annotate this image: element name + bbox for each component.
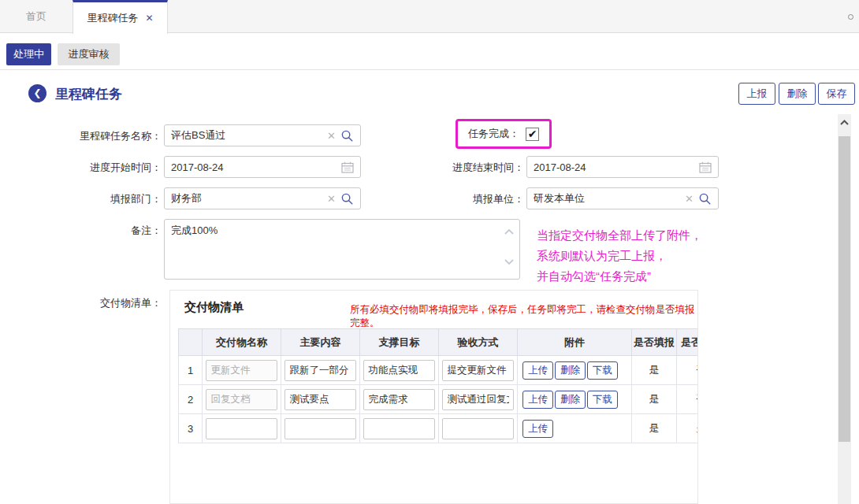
remark-field: 完成100% xyxy=(164,219,520,280)
content-cell xyxy=(281,356,360,385)
col-name: 交付物名称 xyxy=(203,329,281,356)
annotation-line: 并自动勾选“任务完成” xyxy=(537,266,702,287)
unit-input[interactable] xyxy=(534,193,680,205)
tab-milestone-task[interactable]: 里程碑任务 ✕ xyxy=(73,0,168,34)
target-input[interactable] xyxy=(363,418,434,439)
calendar-icon[interactable] xyxy=(341,161,354,173)
remark-label: 备注： xyxy=(16,224,162,238)
delete-button[interactable]: 删除 xyxy=(555,361,586,380)
target-cell xyxy=(360,356,439,385)
content-input[interactable] xyxy=(284,418,355,439)
end-date-input[interactable] xyxy=(534,161,694,173)
task-name-input[interactable] xyxy=(171,130,322,142)
clear-icon[interactable]: ✕ xyxy=(685,193,694,205)
name-cell xyxy=(203,356,281,385)
row-index: 3 xyxy=(179,414,203,443)
annotation-line: 系统则默认为完工上报， xyxy=(537,246,702,266)
start-date-field xyxy=(164,156,361,178)
col-is-new: 是否新增 xyxy=(677,329,699,356)
filled-cell: 是 xyxy=(632,356,677,385)
col-filled: 是否填报 xyxy=(632,329,677,356)
search-icon[interactable] xyxy=(340,129,354,143)
clear-icon[interactable]: ✕ xyxy=(327,193,336,205)
scroll-up-icon[interactable] xyxy=(839,117,850,128)
clear-icon[interactable]: ✕ xyxy=(327,130,336,142)
chevron-up-icon[interactable] xyxy=(504,226,515,238)
close-icon[interactable]: ✕ xyxy=(145,13,153,24)
search-icon[interactable] xyxy=(340,192,354,206)
start-date-label: 进度开始时间： xyxy=(16,161,162,175)
search-icon[interactable] xyxy=(698,192,712,206)
is-new-cell: 是 xyxy=(677,414,699,443)
acceptance-cell xyxy=(439,356,518,385)
start-date-input[interactable] xyxy=(171,161,337,173)
target-input[interactable] xyxy=(363,360,434,381)
upload-button[interactable]: 上传 xyxy=(522,361,553,380)
name-cell xyxy=(203,414,281,443)
delete-button[interactable]: 删除 xyxy=(779,83,816,105)
calendar-icon[interactable] xyxy=(699,161,712,173)
status-progress-review-button[interactable]: 进度审核 xyxy=(58,43,120,65)
col-index xyxy=(179,329,203,356)
col-content: 主要内容 xyxy=(281,329,360,356)
task-complete-highlight: 任务完成： ✔ xyxy=(456,119,552,149)
scrollbar-thumb[interactable] xyxy=(839,136,850,442)
deliverable-row: 3上传是是 xyxy=(179,414,699,443)
report-button[interactable]: 上报 xyxy=(738,83,775,105)
annotation-note: 当指定交付物全部上传了附件， 系统则默认为完工上报， 并自动勾选“任务完成” xyxy=(537,225,702,287)
tab-label: 里程碑任务 xyxy=(87,11,138,25)
download-button[interactable]: 下载 xyxy=(587,361,618,380)
name-input[interactable] xyxy=(206,418,277,439)
name-input[interactable] xyxy=(206,360,277,381)
deliverables-table-body: 1上传删除下载是否2上传删除下载是否3上传是是 xyxy=(179,356,699,443)
filled-cell: 是 xyxy=(632,385,677,414)
chevron-down-icon[interactable] xyxy=(504,256,515,268)
deliverables-table: 交付物名称 主要内容 支撑目标 验收方式 附件 是否填报 是否新增 1上传删除下… xyxy=(178,328,698,443)
app-window: 首页 里程碑任务 ✕ 处理中 进度审核 ❮ 里程碑任务 上报 删除 保存 里程碑… xyxy=(0,0,859,504)
acceptance-input[interactable] xyxy=(442,389,513,410)
name-cell xyxy=(203,385,281,414)
page-title: 里程碑任务 xyxy=(55,85,122,103)
task-complete-checkbox[interactable]: ✔ xyxy=(526,128,539,141)
table-header-row: 交付物名称 主要内容 支撑目标 验收方式 附件 是否填报 是否新增 xyxy=(179,329,699,356)
department-input[interactable] xyxy=(171,193,322,205)
col-acceptance: 验收方式 xyxy=(439,329,518,356)
checkmark-icon: ✔ xyxy=(528,128,537,140)
download-button[interactable]: 下载 xyxy=(587,391,618,409)
tab-home[interactable]: 首页 xyxy=(0,0,73,33)
is-new-cell: 否 xyxy=(677,356,699,385)
vertical-scrollbar[interactable] xyxy=(838,114,851,504)
content-input[interactable] xyxy=(284,389,355,410)
unit-label: 填报单位： xyxy=(378,192,524,206)
filled-cell: 是 xyxy=(632,414,677,443)
task-name-field: ✕ xyxy=(164,124,361,146)
task-complete-label: 任务完成： xyxy=(468,127,519,141)
attachment-cell: 上传 xyxy=(518,414,632,443)
target-cell xyxy=(360,414,439,443)
upload-button[interactable]: 上传 xyxy=(522,391,553,409)
remark-textarea[interactable]: 完成100% xyxy=(165,220,519,279)
back-button[interactable]: ❮ xyxy=(28,84,46,102)
row-index: 1 xyxy=(179,356,203,385)
acceptance-input[interactable] xyxy=(442,418,513,439)
delete-button[interactable]: 删除 xyxy=(555,391,586,409)
status-processing-button[interactable]: 处理中 xyxy=(6,43,51,65)
attachment-cell: 上传删除下载 xyxy=(518,356,632,385)
department-label: 填报部门： xyxy=(16,192,162,206)
task-name-label: 里程碑任务名称： xyxy=(16,129,162,143)
is-new-cell: 否 xyxy=(677,385,699,414)
end-date-label: 进度结束时间： xyxy=(378,161,524,175)
status-toolbar: 处理中 进度审核 xyxy=(0,33,859,70)
content-cell xyxy=(281,385,360,414)
unit-field: ✕ xyxy=(526,187,719,209)
acceptance-input[interactable] xyxy=(442,360,513,381)
settings-dot-icon[interactable] xyxy=(848,14,853,20)
target-input[interactable] xyxy=(363,389,434,410)
deliverable-row: 1上传删除下载是否 xyxy=(179,356,699,385)
name-input[interactable] xyxy=(206,389,277,410)
upload-button[interactable]: 上传 xyxy=(522,420,553,438)
col-attachment: 附件 xyxy=(518,329,632,356)
content-input[interactable] xyxy=(284,360,355,381)
acceptance-cell xyxy=(439,414,518,443)
save-button[interactable]: 保存 xyxy=(818,83,855,105)
